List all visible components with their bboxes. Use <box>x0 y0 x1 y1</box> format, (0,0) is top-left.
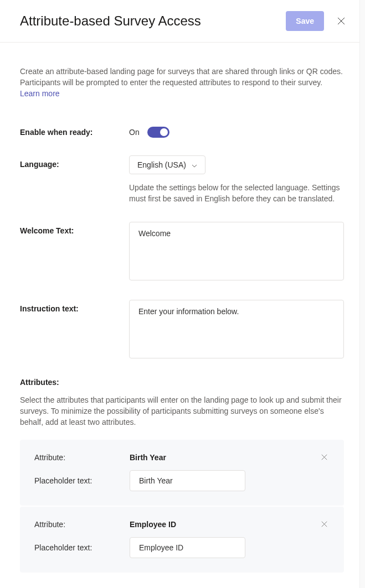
attribute-name: Employee ID <box>130 520 312 529</box>
language-control: English (USA) Update the settings below … <box>129 155 344 204</box>
instruction-label: Instruction text: <box>20 300 122 313</box>
panel-header: Attribute-based Survey Access Save <box>0 0 359 43</box>
welcome-row: Welcome Text: <box>20 222 344 282</box>
close-button[interactable] <box>334 14 348 28</box>
chevron-down-icon <box>192 160 197 169</box>
attribute-label: Attribute: <box>34 520 123 529</box>
welcome-control <box>129 222 344 282</box>
enable-row: Enable when ready: On <box>20 123 344 138</box>
enable-toggle[interactable] <box>147 127 169 138</box>
attribute-card: Attribute: Birth Year Placeholder text: <box>20 440 344 506</box>
attributes-heading: Attributes: <box>20 378 344 387</box>
description-text: Create an attribute-based landing page f… <box>20 66 344 99</box>
placeholder-input[interactable] <box>130 537 245 558</box>
remove-attribute-button[interactable] <box>319 519 330 529</box>
instruction-textarea[interactable] <box>129 300 344 358</box>
close-icon <box>337 17 345 25</box>
language-row: Language: English (USA) Update the setti… <box>20 155 344 204</box>
welcome-textarea[interactable] <box>129 222 344 280</box>
learn-more-link[interactable]: Learn more <box>20 89 60 98</box>
toggle-handle <box>160 128 168 136</box>
instruction-row: Instruction text: <box>20 300 344 360</box>
language-selected: English (USA) <box>137 160 186 169</box>
description-body: Create an attribute-based landing page f… <box>20 67 343 87</box>
remove-attribute-button[interactable] <box>319 452 330 462</box>
settings-panel: Attribute-based Survey Access Save Creat… <box>0 0 359 588</box>
toggle-state-label: On <box>129 128 140 137</box>
placeholder-input[interactable] <box>130 470 245 491</box>
enable-control: On <box>129 123 344 138</box>
close-icon <box>321 521 327 527</box>
attribute-label: Attribute: <box>34 453 123 462</box>
welcome-label: Welcome Text: <box>20 222 122 235</box>
language-help-text: Update the settings below for the select… <box>129 182 344 204</box>
placeholder-label: Placeholder text: <box>34 476 123 485</box>
placeholder-label: Placeholder text: <box>34 543 123 552</box>
language-dropdown[interactable]: English (USA) <box>129 155 205 174</box>
attributes-section: Attributes: Select the attributes that p… <box>20 378 344 573</box>
page-title: Attribute-based Survey Access <box>20 13 286 29</box>
language-label: Language: <box>20 155 122 169</box>
instruction-control <box>129 300 344 360</box>
attributes-help-text: Select the attributes that participants … <box>20 394 344 428</box>
save-button[interactable]: Save <box>286 11 324 31</box>
panel-content: Create an attribute-based landing page f… <box>0 43 359 588</box>
close-icon <box>321 454 327 460</box>
attribute-name: Birth Year <box>130 453 312 462</box>
attribute-card: Attribute: Employee ID Placeholder text: <box>20 507 344 573</box>
scrollbar-track[interactable] <box>359 0 365 588</box>
enable-label: Enable when ready: <box>20 123 122 137</box>
